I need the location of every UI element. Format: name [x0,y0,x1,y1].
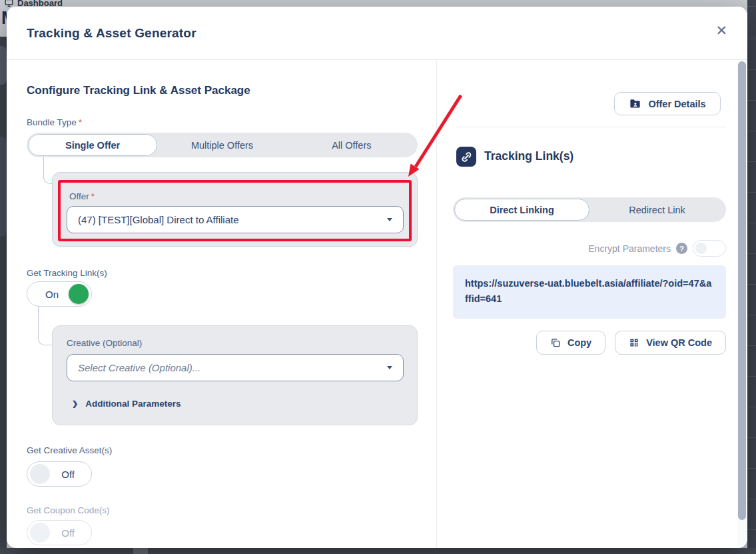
encrypt-parameters-row: Encrypt Parameters ? [588,240,726,257]
get-tracking-links-label: Get Tracking Link(s) [27,268,107,278]
screen: Dashboard M Tracking & Asset Generator ✕… [0,0,756,554]
tracking-links-heading: Tracking Link(s) [484,149,573,163]
copy-label: Copy [567,337,591,348]
view-qr-code-button[interactable]: View QR Code [615,331,726,355]
offer-label: Offer* [69,191,95,201]
modal-title: Tracking & Asset Generator [27,26,196,41]
backdrop-bottom-strip [0,548,756,554]
tab-all-offers[interactable]: All Offers [287,134,416,156]
additional-parameters-expander[interactable]: ❯ Additional Parameters [72,399,181,409]
get-creative-assets-toggle[interactable]: Off [27,461,92,487]
creative-select[interactable]: Select Creative (Optional)... [67,354,404,381]
modal-scrollbar-thumb[interactable] [738,61,746,520]
encrypt-parameters-toggle[interactable] [693,240,726,257]
chevron-down-icon [387,366,392,369]
help-icon[interactable]: ? [676,243,687,254]
qr-code-icon [629,337,639,348]
get-creative-assets-label: Get Creative Asset(s) [27,445,112,455]
folder-user-icon [629,97,641,110]
modal-header: Tracking & Asset Generator ✕ [7,7,747,60]
view-qr-label: View QR Code [646,337,712,348]
toggle-state-label: Off [61,527,75,539]
chevron-down-icon [387,218,392,221]
get-coupon-codes-toggle[interactable]: Off [27,520,92,545]
toggle-state-label: On [45,289,59,300]
get-tracking-links-toggle[interactable]: On [27,281,92,307]
backdrop-right-strip [747,0,756,554]
offer-select[interactable]: (47) [TEST][Global] Direct to Affiliate [67,206,404,233]
offer-details-label: Offer Details [648,99,705,109]
tracking-asset-generator-modal: Tracking & Asset Generator ✕ Configure T… [7,7,747,548]
get-coupon-codes-label: Get Coupon Code(s) [27,505,110,515]
backdrop-left-strip [0,37,7,554]
toggle-knob [30,523,50,543]
encrypt-parameters-label: Encrypt Parameters [588,243,671,254]
configure-heading: Configure Tracking Link & Asset Package [27,84,250,97]
tab-redirect-link[interactable]: Redirect Link [589,199,725,221]
column-divider [436,61,437,548]
toggle-state-label: Off [61,469,75,480]
required-mark: * [91,191,95,201]
toggle-knob [695,243,707,254]
copy-button[interactable]: Copy [536,331,605,355]
link-type-tabs: Direct Linking Redirect Link [453,197,726,222]
required-mark: * [79,117,82,127]
tab-single-offer[interactable]: Single Offer [28,134,157,156]
bundle-type-label: Bundle Type* [27,117,82,127]
link-actions-row: Copy View QR Code [536,331,726,355]
link-icon [456,147,476,167]
chevron-right-icon: ❯ [72,399,78,408]
right-divider [456,127,726,127]
tab-multiple-offers[interactable]: Multiple Offers [157,134,286,156]
offer-select-value: (47) [TEST][Global] Direct to Affiliate [78,214,238,225]
creative-label: Creative (Optional) [67,338,142,348]
toggle-knob [30,464,50,484]
offer-details-button[interactable]: Offer Details [614,92,721,115]
dashboard-monitor-icon [5,0,13,7]
tab-direct-linking[interactable]: Direct Linking [454,199,589,221]
close-icon[interactable]: ✕ [715,23,727,37]
connector-bundle-offer [43,157,52,184]
connector-tracking-creative [38,307,52,345]
tracking-url-panel[interactable]: https://suzuverse-uat.bluebelt.asia/affi… [453,265,726,319]
copy-icon [550,337,561,348]
toggle-knob [69,284,89,304]
bundle-type-tabs: Single Offer Multiple Offers All Offers [27,133,418,157]
additional-parameters-label: Additional Parameters [85,399,181,409]
creative-select-placeholder: Select Creative (Optional)... [78,362,200,373]
